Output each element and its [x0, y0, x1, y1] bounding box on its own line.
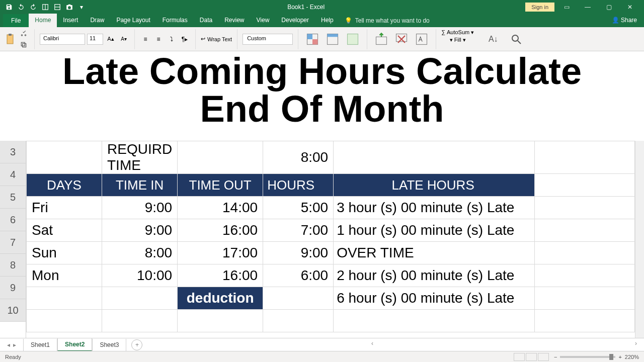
tab-draw[interactable]: Draw: [84, 14, 110, 27]
font-size-select[interactable]: 11: [87, 34, 103, 45]
row-header[interactable]: 3: [0, 141, 26, 163]
minimize-icon[interactable]: —: [579, 1, 597, 14]
redo-icon[interactable]: [28, 2, 38, 12]
cell[interactable]: [334, 310, 535, 332]
tab-view[interactable]: View: [251, 14, 276, 27]
maximize-icon[interactable]: ▢: [600, 1, 618, 14]
cell[interactable]: OVER TIME: [334, 242, 535, 264]
row-headers[interactable]: 3 4 5 6 7 8 9 10: [0, 141, 26, 338]
col-header-timein[interactable]: TIME IN: [102, 174, 178, 197]
row-header[interactable]: 7: [0, 231, 26, 254]
cell-deduction-label[interactable]: deduction: [178, 287, 263, 310]
insert-cells-button[interactable]: [372, 30, 390, 48]
cell[interactable]: 9:00: [263, 242, 334, 264]
col-header-hours[interactable]: HOURS: [263, 174, 334, 197]
cut-icon[interactable]: [18, 29, 29, 39]
undo-icon[interactable]: [16, 2, 26, 12]
cell[interactable]: [27, 287, 102, 310]
share-button[interactable]: 👤 Share: [605, 14, 644, 27]
row-header[interactable]: 8: [0, 254, 26, 277]
cell[interactable]: 9:00: [102, 219, 178, 242]
orientation-icon[interactable]: ⤵: [166, 34, 177, 44]
cell[interactable]: 3 hour (s) 00 minute (s) Late: [334, 197, 535, 219]
tab-review[interactable]: Review: [218, 14, 250, 27]
cell-styles-button[interactable]: [344, 30, 362, 48]
cell[interactable]: [263, 287, 334, 310]
cell[interactable]: [535, 310, 635, 332]
cell[interactable]: 16:00: [178, 264, 263, 287]
tell-me-search[interactable]: 💡 Tell me what you want to do: [340, 17, 435, 27]
format-cells-button[interactable]: [413, 30, 431, 48]
number-format-select[interactable]: Custom: [243, 34, 293, 45]
row-header[interactable]: 4: [0, 163, 26, 186]
tab-insert[interactable]: Insert: [57, 14, 84, 27]
normal-view-button[interactable]: [514, 353, 525, 361]
cell[interactable]: 14:00: [178, 197, 263, 219]
conditional-format-button[interactable]: [303, 30, 321, 48]
qat-more-icon[interactable]: ▾: [76, 2, 87, 12]
cell[interactable]: 9:00: [102, 197, 178, 219]
tab-formulas[interactable]: Formulas: [156, 14, 194, 27]
row-header[interactable]: 6: [0, 209, 26, 231]
zoom-level[interactable]: 220%: [625, 354, 639, 360]
cell[interactable]: Fri: [27, 197, 102, 219]
cell[interactable]: 2 hour (s) 00 minute (s) Late: [334, 264, 535, 287]
cell[interactable]: Mon: [27, 264, 102, 287]
col-header-late[interactable]: LATE HOURS: [334, 174, 535, 197]
cell[interactable]: [102, 287, 178, 310]
cell[interactable]: [535, 242, 635, 264]
tab-page-layout[interactable]: Page Layout: [110, 14, 156, 27]
font-name-select[interactable]: Calibri: [40, 34, 85, 45]
cell[interactable]: Sun: [27, 242, 102, 264]
decrease-font-button[interactable]: A▾: [118, 34, 129, 44]
row-header[interactable]: 10: [0, 299, 26, 322]
cell[interactable]: Sat: [27, 219, 102, 242]
align-left-icon[interactable]: ≡: [140, 34, 151, 44]
cell[interactable]: 6:00: [263, 264, 334, 287]
save-icon[interactable]: [4, 2, 14, 12]
autosum-button[interactable]: ∑AutoSum ▾: [441, 29, 474, 36]
qat-item-icon[interactable]: [40, 2, 50, 12]
cell[interactable]: 8:00: [102, 242, 178, 264]
row-header[interactable]: 5: [0, 186, 26, 209]
cell[interactable]: 5:00: [263, 197, 334, 219]
ribbon-options-icon[interactable]: ▭: [557, 1, 576, 14]
sheet-tab[interactable]: Sheet3: [92, 339, 126, 351]
sort-filter-button[interactable]: A↓: [484, 30, 502, 48]
cell[interactable]: [27, 310, 102, 332]
qat-item-icon[interactable]: [52, 2, 62, 12]
cell[interactable]: [535, 141, 635, 174]
cell[interactable]: [178, 141, 263, 174]
col-header-timeout[interactable]: TIME OUT: [178, 174, 263, 197]
sign-in-button[interactable]: Sign in: [525, 3, 554, 12]
tab-prev-icon[interactable]: ◂: [7, 341, 10, 348]
cell[interactable]: [535, 264, 635, 287]
sheet-tab-active[interactable]: Sheet2: [57, 338, 92, 351]
tab-developer[interactable]: Developer: [275, 14, 315, 27]
cell[interactable]: [334, 141, 535, 174]
zoom-slider[interactable]: [560, 356, 615, 358]
cell[interactable]: 7:00: [263, 219, 334, 242]
tab-help[interactable]: Help: [315, 14, 340, 27]
page-break-view-button[interactable]: [538, 353, 549, 361]
wrap-text-button[interactable]: ↩Wrap Text: [201, 36, 232, 42]
find-select-button[interactable]: [507, 30, 525, 48]
cell[interactable]: 10:00: [102, 264, 178, 287]
horizontal-scrollbar[interactable]: [373, 341, 635, 348]
new-sheet-button[interactable]: +: [131, 339, 142, 350]
cell[interactable]: [27, 141, 102, 174]
align-center-icon[interactable]: ≡: [153, 34, 164, 44]
cell[interactable]: [535, 287, 635, 310]
cell[interactable]: [102, 310, 178, 332]
cell[interactable]: 1 hour (s) 00 minute (s) Late: [334, 219, 535, 242]
page-layout-view-button[interactable]: [526, 353, 537, 361]
sheet-tab[interactable]: Sheet1: [23, 339, 57, 351]
cell[interactable]: 17:00: [178, 242, 263, 264]
tab-file[interactable]: File: [3, 14, 29, 27]
tab-next-icon[interactable]: ▸: [13, 341, 16, 348]
cell-required-time[interactable]: 8:00: [263, 141, 334, 174]
vertical-scrollbar[interactable]: [635, 141, 644, 338]
cell[interactable]: [535, 174, 635, 197]
cell[interactable]: [178, 310, 263, 332]
ltr-icon[interactable]: ¶▸: [179, 34, 190, 44]
